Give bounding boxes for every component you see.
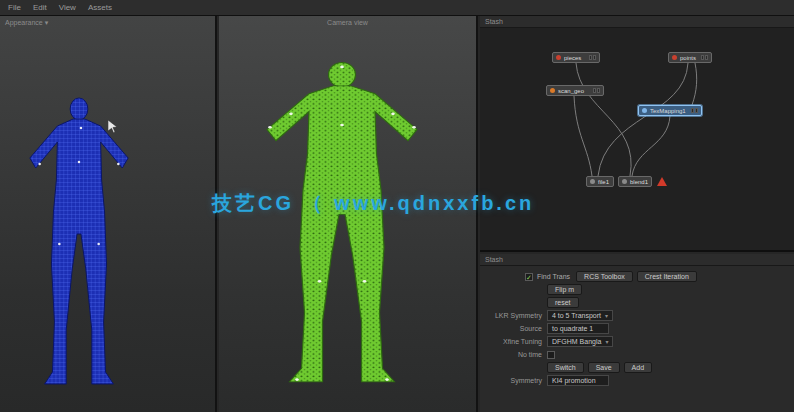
reset-button[interactable]: reset [547,297,579,309]
symmetry-dropdown[interactable]: 4 to 5 Transport ▾ [547,310,613,321]
viewport-wireframe[interactable]: Appearance ▾ [0,16,217,412]
node-color-dot [590,179,595,184]
watermark-text: 技艺CG （ www.qdnxxfb.cn [212,190,534,217]
mouse-cursor-icon [108,120,118,134]
node-color-dot [672,55,677,60]
parameters-panel: Stash ✓ Find Trans RCS Toolbox Crest Ite… [480,254,794,412]
switch-button[interactable]: Switch [547,362,584,374]
source-label: Source [480,325,542,332]
find-trans-checkbox[interactable]: ✓ [525,273,533,281]
node-color-dot [642,108,647,113]
symmetry2-label: Symmetry [480,377,542,384]
blue-wireframe-figure [20,94,138,394]
node-label: file1 [598,179,609,185]
green-scan-figure [252,58,432,393]
node-blend[interactable]: blend1 [618,176,652,187]
chevron-down-icon: ▾ [605,338,608,345]
viewport-center-label[interactable]: Camera view [327,19,368,26]
menubar: File Edit View Assets [0,0,794,16]
node-pieces[interactable]: pieces [552,52,600,63]
node-scan-geo[interactable]: scan_geo [546,85,604,96]
flip-button[interactable]: Flip m [547,284,582,296]
node-flags-icon [701,55,708,60]
node-points[interactable]: points [668,52,712,63]
tuning-field-value: DFGHM Bangla [552,338,601,345]
node-flags-icon [691,108,698,113]
node-color-dot [622,179,627,184]
node-flags-icon [593,88,600,93]
add-button[interactable]: Add [624,362,652,374]
node-file[interactable]: file1 [586,176,614,187]
warning-icon [657,177,667,186]
crest-iteration-button[interactable]: Crest Iteration [637,271,697,283]
notime-checkbox[interactable] [547,351,555,359]
node-color-dot [550,88,555,93]
application-window: File Edit View Assets Appearance ▾ [0,0,794,412]
source-field-value: to quadrate 1 [552,325,593,332]
node-flags-icon [589,55,596,60]
symmetry2-field[interactable]: KI4 promotion [547,375,609,386]
parameters-header: Stash [480,254,794,266]
node-label: TexMapping1 [650,108,686,114]
menu-view[interactable]: View [59,3,76,12]
symmetry-label: LKR Symmetry [480,312,542,319]
node-label: pieces [564,55,581,61]
menu-assets[interactable]: Assets [88,3,112,12]
node-label: scan_geo [558,88,584,94]
save-button[interactable]: Save [588,362,620,374]
source-field[interactable]: to quadrate 1 [547,323,609,334]
node-label: points [680,55,696,61]
tuning-field[interactable]: DFGHM Bangla ▾ [547,336,613,347]
menu-file[interactable]: File [8,3,21,12]
rcs-toolbox-button[interactable]: RCS Toolbox [576,271,633,283]
menu-edit[interactable]: Edit [33,3,47,12]
symmetry2-field-value: KI4 promotion [552,377,596,384]
node-color-dot [556,55,561,60]
node-texmapping-selected[interactable]: TexMapping1 [638,105,702,116]
node-label: blend1 [630,179,648,185]
chevron-down-icon: ▾ [605,312,608,319]
tuning-label: Xfine Tuning [480,338,542,345]
notime-label: No time [480,351,542,358]
find-trans-label: Find Trans [537,273,570,280]
symmetry-dropdown-value: 4 to 5 Transport [552,312,601,319]
viewport-left-label[interactable]: Appearance ▾ [5,19,48,27]
